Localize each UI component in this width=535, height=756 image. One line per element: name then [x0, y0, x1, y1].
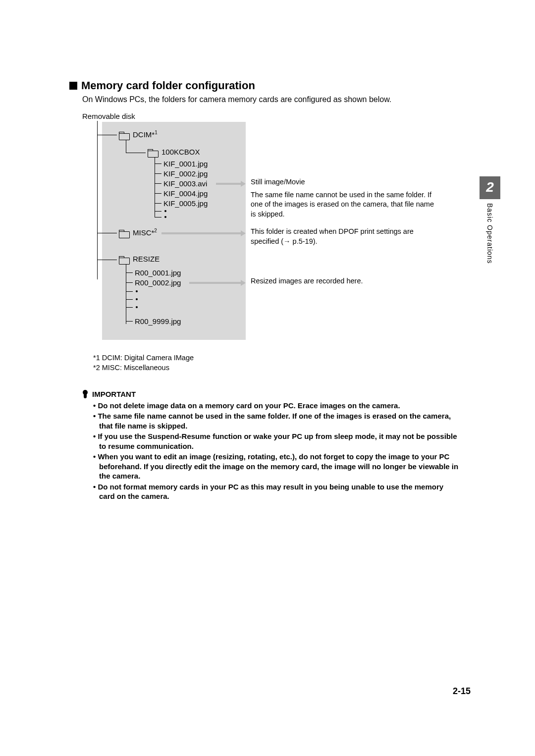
important-item: When you want to edit an image (resizing…	[93, 452, 461, 481]
note-misc: This folder is created when DPOF print s…	[251, 227, 439, 246]
folder-dcim-label: DCIM*	[133, 130, 155, 139]
important-item: The same file name cannot be used in the…	[93, 411, 461, 431]
arrow-icon	[189, 280, 246, 285]
content: Memory card folder configuration On Wind…	[69, 79, 461, 502]
footnotes: *1 DCIM: Digital Camera IMage *2 MISC: M…	[93, 353, 461, 373]
section-title-text: Memory card folder configuration	[81, 79, 255, 92]
tree-line	[126, 140, 126, 153]
file-kif-1: KIF_0002.jpg	[163, 169, 208, 178]
arrow-icon	[216, 181, 246, 186]
page-number: 2-15	[453, 686, 471, 697]
section-title: Memory card folder configuration	[69, 79, 461, 92]
tree-line	[126, 265, 126, 324]
tree-line	[126, 272, 133, 273]
folder-icon	[119, 255, 130, 263]
file-kif-3: KIF_0004.jpg	[163, 189, 208, 198]
file-kif-4: KIF_0005.jpg	[163, 199, 208, 208]
important-block: IMPORTANT Do not delete image data on a …	[82, 390, 461, 501]
folder-resize: RESIZE	[119, 255, 160, 263]
ellipsis-dot-icon	[136, 290, 138, 292]
arrow-icon	[161, 231, 246, 236]
ellipsis-dot-icon	[136, 298, 138, 300]
ellipsis-dot-icon	[164, 216, 166, 218]
chapter-label: Basic Operations	[486, 203, 494, 264]
file-resize-1: R00_0002.jpg	[135, 278, 181, 287]
important-item: Do not format memory cards in your PC as…	[93, 482, 461, 501]
tree-line	[126, 307, 133, 308]
file-kif-0: KIF_0001.jpg	[163, 160, 208, 168]
footnote-ref-2: 2	[154, 228, 157, 233]
note-still-title: Still image/Movie	[251, 177, 439, 187]
tree-line	[126, 291, 133, 292]
tree-line	[155, 217, 161, 217]
tree-line	[155, 163, 161, 164]
tree-line	[155, 193, 161, 194]
note-resize: Resized images are recorded here.	[251, 276, 379, 286]
tree-line	[155, 211, 161, 212]
tree-line	[155, 158, 155, 217]
folder-icon	[119, 131, 130, 139]
tree-line	[126, 321, 133, 322]
file-kif-2: KIF_0003.avi	[163, 179, 207, 188]
note-still-image: Still image/Movie The same file name can…	[251, 177, 439, 219]
important-list: Do not delete image data on a memory car…	[93, 401, 461, 501]
tree-line	[126, 153, 146, 153]
square-bullet-icon	[69, 82, 77, 90]
note-still-body: The same file name cannot be used in the…	[251, 190, 439, 219]
footnote-1: *1 DCIM: Digital Camera IMage	[93, 353, 461, 363]
folder-misc: MISC*2	[119, 228, 157, 237]
file-resize-0: R00_0001.jpg	[135, 269, 181, 277]
tree-root-label: Removable disk	[82, 112, 135, 120]
folder-icon	[119, 229, 130, 237]
ellipsis-dot-icon	[136, 306, 138, 308]
folder-tree-diagram: Removable disk DCIM*1 100KCBOX KIF_0001.…	[82, 114, 461, 347]
tree-line	[97, 121, 98, 279]
folder-100kcbox-label: 100KCBOX	[161, 148, 200, 156]
chapter-number: 2	[480, 176, 500, 199]
important-bulb-icon	[82, 390, 88, 399]
tree-line	[155, 203, 161, 204]
tree-line	[97, 260, 117, 260]
folder-misc-label: MISC*	[133, 228, 154, 237]
chapter-tab: 2 Basic Operations	[480, 176, 500, 264]
tree-line	[155, 183, 161, 184]
tree-line	[97, 135, 117, 135]
ellipsis-dot-icon	[164, 210, 166, 212]
folder-dcim: DCIM*1	[119, 130, 158, 139]
important-item: Do not delete image data on a memory car…	[93, 401, 461, 411]
file-resize-last: R00_9999.jpg	[135, 317, 181, 325]
footnote-2: *2 MISC: Miscellaneous	[93, 363, 461, 373]
tree-line	[155, 173, 161, 174]
important-heading-text: IMPORTANT	[92, 390, 136, 398]
folder-resize-label: RESIZE	[133, 255, 160, 263]
folder-100kcbox: 100KCBOX	[148, 148, 200, 156]
footnote-ref-1: 1	[155, 130, 158, 135]
important-item: If you use the Suspend-Resume function o…	[93, 432, 461, 451]
tree-line	[126, 299, 133, 300]
tree-line	[126, 282, 133, 283]
page: 2 Basic Operations 2-15 Memory card fold…	[0, 0, 535, 756]
section-intro: On Windows PCs, the folders for camera m…	[82, 95, 461, 104]
tree-line	[97, 233, 117, 233]
important-heading: IMPORTANT	[82, 390, 461, 399]
folder-icon	[148, 148, 159, 156]
